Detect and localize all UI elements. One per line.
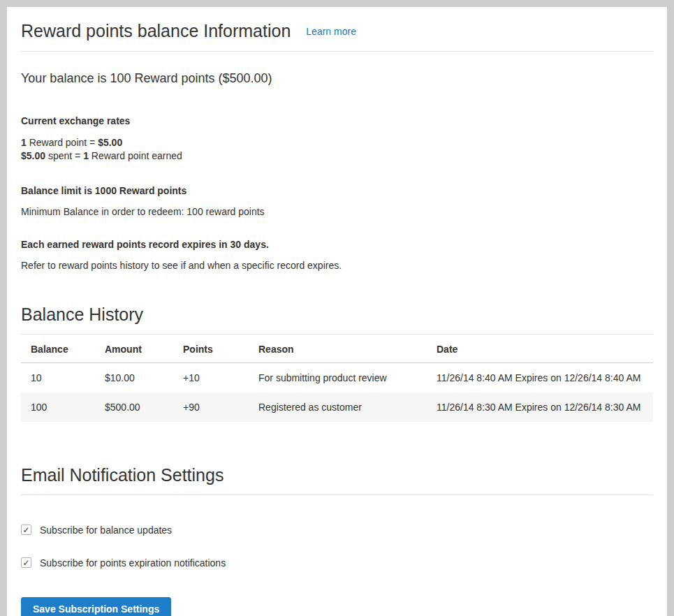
expiration-heading: Each earned reward points record expires…: [21, 239, 653, 250]
cell-balance: 100: [21, 393, 95, 422]
spent-amount-value: $5.00: [21, 150, 45, 161]
cell-date: 11/26/14 8:30 AM Expires on 12/26/14 8:3…: [427, 393, 653, 422]
balance-history-table: Balance Amount Points Reason Date 10 $10…: [21, 335, 653, 422]
subscribe-balance-updates-checkbox[interactable]: ✓: [21, 525, 31, 535]
table-row: 100 $500.00 +90 Registered as customer 1…: [21, 393, 653, 422]
column-header-balance: Balance: [21, 335, 95, 363]
subscribe-expiration-label: Subscribe for points expiration notifica…: [40, 557, 226, 569]
rate-to-points: $5.00 spent = 1 Reward point earned: [21, 150, 182, 161]
title-divider: [21, 51, 653, 52]
cell-amount: $500.00: [95, 393, 173, 422]
balance-limit-heading: Balance limit is 1000 Reward points: [21, 185, 653, 196]
column-header-reason: Reason: [249, 335, 427, 363]
cell-reason: Registered as customer: [249, 393, 427, 422]
rate-amount-value: $5.00: [98, 137, 122, 148]
learn-more-link[interactable]: Learn more: [306, 26, 356, 37]
expiration-note: Refer to reward points history to see if…: [21, 260, 653, 271]
earned-points-value: 1: [83, 150, 89, 161]
rate-points-value: 1: [21, 137, 27, 148]
save-subscription-settings-button[interactable]: Save Subscription Settings: [21, 597, 171, 616]
email-settings-title: Email Notification Settings: [21, 465, 653, 495]
table-row: 10 $10.00 +10 For submitting product rev…: [21, 362, 653, 393]
cell-balance: 10: [21, 362, 95, 393]
page-header: Reward points balance Information Learn …: [21, 17, 653, 41]
exchange-rates-heading: Current exchange rates: [21, 115, 653, 126]
table-header-row: Balance Amount Points Reason Date: [21, 335, 653, 363]
balance-summary: Your balance is 100 Reward points ($500.…: [21, 71, 653, 86]
subscribe-expiration-row: ✓ Subscribe for points expiration notifi…: [21, 557, 653, 569]
subscribe-balance-updates-row: ✓ Subscribe for balance updates: [21, 525, 653, 536]
earned-suffix-text: Reward point earned: [89, 150, 182, 161]
rate-to-currency: 1 Reward point = $5.00: [21, 137, 122, 148]
column-header-date: Date: [427, 335, 653, 363]
page-title: Reward points balance Information: [21, 21, 291, 41]
cell-amount: $10.00: [95, 362, 173, 393]
subscribe-balance-updates-label: Subscribe for balance updates: [40, 525, 172, 536]
subscribe-expiration-checkbox[interactable]: ✓: [21, 557, 31, 568]
reward-points-page: Reward points balance Information Learn …: [7, 7, 667, 616]
cell-points: +10: [173, 362, 249, 393]
column-header-amount: Amount: [95, 335, 173, 363]
balance-history-title: Balance History: [21, 305, 653, 335]
cell-reason: For submitting product review: [249, 362, 427, 393]
cell-points: +90: [173, 393, 249, 422]
cell-date: 11/26/14 8:40 AM Expires on 12/26/14 8:4…: [427, 362, 653, 393]
exchange-rates: 1 Reward point = $5.00 $5.00 spent = 1 R…: [21, 136, 653, 163]
spent-middle-text: spent =: [45, 150, 83, 161]
rate-middle-text: Reward point =: [27, 137, 98, 148]
minimum-balance-note: Minimum Balance in order to redeem: 100 …: [21, 206, 653, 217]
column-header-points: Points: [173, 335, 249, 363]
